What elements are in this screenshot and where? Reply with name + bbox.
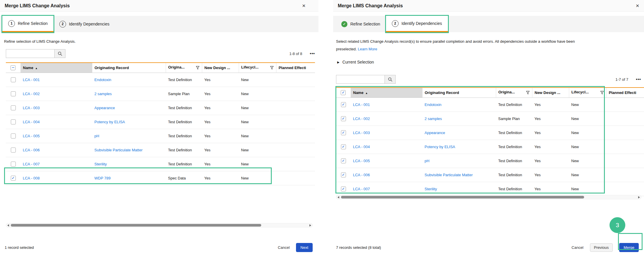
checkbox-checked[interactable]: ✓ (341, 116, 346, 121)
record-link[interactable]: LCA - 006 (353, 173, 370, 177)
tab-label: Identify Dependencies (69, 22, 110, 26)
next-button[interactable]: Next (296, 243, 313, 252)
checkbox-unchecked[interactable] (11, 91, 16, 96)
tab-identify-dependencies[interactable]: 2 Identify Dependencies (53, 16, 115, 32)
record-link[interactable]: Endotoxin (425, 102, 442, 107)
record-link[interactable]: pH (425, 159, 430, 163)
cell-origina: Test Definition (496, 168, 532, 182)
record-link[interactable]: Sterility (94, 162, 107, 166)
record-link[interactable]: LCA - 002 (353, 117, 370, 121)
cell-origina: Sample Plan (166, 87, 202, 101)
record-link[interactable]: LCA - 007 (353, 187, 370, 191)
search-input[interactable] (336, 75, 385, 84)
cell-originating_record: Subvisible Particulate Matter (92, 143, 166, 157)
checkbox-checked[interactable]: ✓ (341, 130, 346, 135)
tab-identify-dependencies[interactable]: 2 Identify Dependencies (386, 16, 448, 32)
cancel-button[interactable]: Cancel (278, 245, 290, 250)
more-actions-icon[interactable]: ••• (310, 51, 315, 56)
learn-more-link[interactable]: Learn More (358, 47, 377, 51)
merge-button[interactable]: Merge (619, 243, 639, 252)
current-selection-toggle[interactable]: ▶ Current Selection (337, 60, 374, 64)
scrollbar-track[interactable] (340, 195, 637, 199)
record-link[interactable]: Appearance (94, 106, 115, 110)
checkbox-unchecked[interactable] (11, 162, 16, 167)
checkbox-unchecked[interactable] (11, 133, 16, 138)
cell-new_design: Yes (202, 157, 239, 171)
table-header-row: –Name▲Originating RecordOrigina...New De… (6, 63, 315, 73)
tab-refine-selection[interactable]: 1 Refine Selection (2, 16, 53, 32)
cancel-button[interactable]: Cancel (572, 245, 583, 250)
record-link[interactable]: Potency by ELISA (425, 145, 455, 149)
checkbox-unchecked[interactable] (11, 148, 16, 153)
sort-asc-icon[interactable]: ▲ (35, 67, 38, 70)
tab-refine-selection[interactable]: ✓ Refine Selection (335, 16, 386, 32)
checkbox-unchecked[interactable] (11, 77, 16, 82)
record-link[interactable]: Appearance (425, 131, 445, 135)
checkbox-checked[interactable]: ✓ (341, 102, 346, 107)
checkbox-checked[interactable]: ✓ (341, 172, 346, 177)
wizard-steps: 1 Refine Selection 2 Identify Dependenci… (0, 16, 318, 32)
checkbox-checked[interactable]: ✓ (341, 144, 346, 149)
scroll-right-icon[interactable] (638, 196, 640, 198)
record-link[interactable]: LCA - 002 (23, 92, 40, 96)
record-link[interactable]: LCA - 008 (23, 176, 40, 180)
record-link[interactable]: Subvisible Particulate Matter (94, 148, 143, 152)
record-link[interactable]: pH (94, 134, 99, 138)
checkbox-indeterminate[interactable]: – (11, 65, 15, 70)
record-link[interactable]: LCA - 006 (23, 148, 40, 152)
checkbox-unchecked[interactable] (11, 119, 16, 124)
record-link[interactable]: Potency by ELISA (94, 120, 125, 124)
table-row: LCA - 005pHTest DefinitionYesNew (6, 129, 315, 143)
checkbox-checked[interactable]: ✓ (341, 158, 346, 163)
scroll-left-icon[interactable] (337, 196, 339, 198)
cell-originating_record: WDP 789 (92, 171, 166, 185)
record-link[interactable]: LCA - 001 (353, 102, 370, 107)
cell-origina: Test Definition (496, 154, 532, 168)
more-actions-icon[interactable]: ••• (636, 77, 641, 82)
record-link[interactable]: 2 samples (94, 92, 112, 96)
scrollbar-thumb[interactable] (11, 224, 261, 227)
horizontal-scrollbar[interactable] (336, 195, 641, 199)
cell-name: LCA - 004 (20, 115, 92, 129)
record-link[interactable]: LCA - 005 (353, 159, 370, 163)
record-link[interactable]: WDP 789 (94, 176, 110, 180)
record-link[interactable]: LCA - 001 (23, 78, 40, 82)
row-checkbox-cell: ✓ (336, 168, 351, 182)
column-header-name: Name▲ (351, 88, 422, 98)
cell-new_design: Yes (532, 98, 569, 112)
filter-icon[interactable] (196, 66, 200, 71)
row-checkbox-cell (6, 157, 20, 171)
close-icon[interactable]: ✕ (302, 3, 306, 8)
record-link[interactable]: Endotoxin (94, 78, 111, 82)
scroll-right-icon[interactable] (309, 224, 311, 227)
filter-icon[interactable] (270, 66, 274, 71)
record-link[interactable]: LCA - 005 (23, 134, 40, 138)
scroll-left-icon[interactable] (7, 224, 9, 227)
cell-origina: Test Definition (166, 73, 202, 87)
sort-asc-icon[interactable]: ▲ (365, 92, 368, 95)
cell-planned (606, 154, 644, 168)
record-link[interactable]: LCA - 007 (23, 162, 40, 166)
checkbox-checked[interactable]: ✓ (341, 90, 346, 95)
scrollbar-track[interactable] (10, 223, 308, 227)
previous-button[interactable]: Previous (590, 243, 613, 252)
horizontal-scrollbar[interactable] (6, 223, 313, 227)
record-link[interactable]: LCA - 004 (23, 120, 40, 124)
record-link[interactable]: LCA - 004 (353, 145, 370, 149)
record-link[interactable]: 2 samples (425, 117, 442, 121)
search-icon[interactable] (385, 75, 396, 84)
close-icon[interactable]: ✕ (636, 3, 639, 8)
search-icon[interactable] (54, 49, 65, 58)
record-link[interactable]: LCA - 003 (23, 106, 40, 110)
record-link[interactable]: Subvisible Particulate Matter (425, 173, 473, 177)
checkbox-checked[interactable]: ✓ (341, 186, 346, 191)
scrollbar-thumb[interactable] (341, 196, 584, 198)
checkbox-unchecked[interactable] (11, 105, 16, 110)
record-link[interactable]: Sterility (425, 187, 437, 191)
filter-icon[interactable] (526, 91, 530, 95)
filter-icon[interactable] (600, 91, 604, 95)
record-link[interactable]: LCA - 003 (353, 131, 370, 135)
cell-name: LCA - 005 (351, 154, 422, 168)
checkbox-checked[interactable]: ✓ (11, 176, 16, 181)
search-input[interactable] (6, 49, 54, 58)
